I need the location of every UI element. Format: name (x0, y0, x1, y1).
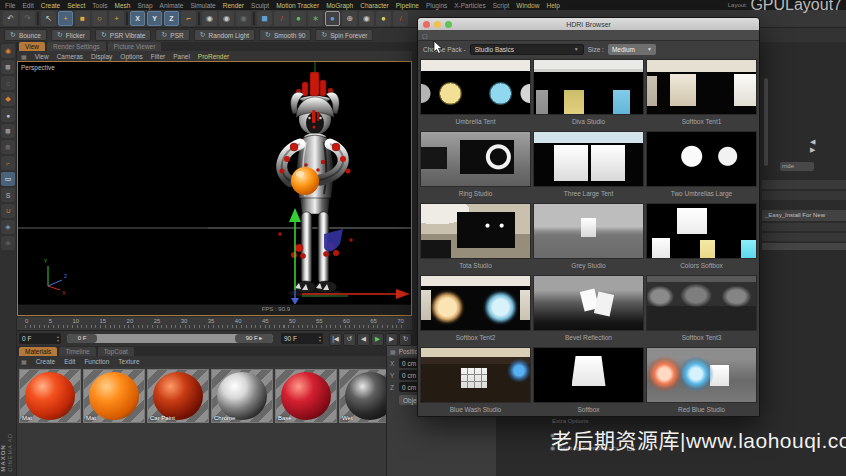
materials-menu-item[interactable]: Texture (118, 358, 139, 365)
pack-dropdown[interactable]: Studio Basics ▼ (470, 44, 584, 55)
model-mode-icon[interactable]: ◼ (257, 11, 272, 26)
divider[interactable] (126, 12, 128, 25)
c4d-mascot-icon[interactable]: ◉ (1, 44, 15, 58)
goto-start-button[interactable]: |◀ (329, 333, 342, 346)
sphere-primitive-icon[interactable]: ● (291, 11, 306, 26)
hdri-thumbnail[interactable] (646, 59, 757, 115)
menubar-item[interactable]: Pipeline (396, 2, 419, 9)
menubar-item[interactable]: Mesh (114, 2, 130, 9)
material-thumbnail[interactable]: Base (275, 369, 337, 423)
x-axis-lock-icon[interactable]: X (130, 11, 145, 26)
light-icon[interactable]: ● (376, 11, 391, 26)
menubar-item[interactable]: Select (67, 2, 85, 9)
viewport-view-label[interactable]: Perspective (21, 64, 55, 71)
hdri-item[interactable]: Three Large Tent (533, 131, 644, 200)
animation-preset-button[interactable]: ↻ Smooth 90 (259, 29, 311, 41)
hdri-item[interactable]: Umbrella Tent (420, 59, 531, 128)
animation-preset-button[interactable]: ↻ Flicker (51, 29, 91, 41)
material-thumbnail[interactable]: Mat (83, 369, 145, 423)
play-reverse-button[interactable]: ↺ (343, 333, 356, 346)
timeline-ruler[interactable]: 0510152025303540455055606570 (17, 317, 412, 330)
menubar-item[interactable]: Help (546, 2, 559, 9)
menubar-item[interactable]: Window (516, 2, 539, 9)
record-keyframe-icon[interactable]: ◉ (202, 11, 217, 26)
hdri-thumbnail[interactable] (420, 203, 531, 259)
cube-shaded-icon[interactable]: ◼ (1, 124, 15, 138)
size-dropdown[interactable]: Medium ▼ (608, 44, 656, 55)
hdri-thumbnail[interactable] (533, 203, 644, 259)
camera-icon[interactable]: ◉ (359, 11, 374, 26)
hdri-thumbnail[interactable] (646, 203, 757, 259)
scale-tool-icon[interactable]: ■ (75, 11, 90, 26)
dock-object-row[interactable]: _Easy_Install For New (762, 210, 846, 221)
subdivision-surface-icon[interactable]: S (1, 188, 15, 202)
hdri-thumbnail[interactable] (420, 347, 531, 403)
move-tool-icon[interactable]: + (58, 11, 73, 26)
menubar-item[interactable]: Character (360, 2, 389, 9)
menubar-item[interactable]: Motion Tracker (276, 2, 319, 9)
hdri-item[interactable]: Blue Wash Studio (420, 347, 531, 416)
hdri-item[interactable]: Ring Studio (420, 131, 531, 200)
menubar-item[interactable]: Script (493, 2, 510, 9)
animation-preset-button[interactable]: ↻ Spin Forever (315, 29, 373, 41)
mograph-cloner-icon[interactable]: ∗ (308, 11, 323, 26)
record-position-icon[interactable]: ◉ (219, 11, 234, 26)
play-button[interactable]: ▶ (371, 333, 384, 346)
dock-button-fragment[interactable]: rride (780, 162, 814, 171)
dock-nav-arrows[interactable]: ◀ ▶ (810, 138, 846, 154)
menubar-item[interactable]: Render (223, 2, 244, 9)
layout-selector[interactable]: GPULayout7 (750, 0, 842, 14)
viewport-tab[interactable]: Picture Viewer (108, 42, 162, 51)
materials-menu-item[interactable]: Create (36, 358, 56, 365)
pen-tool-icon[interactable]: / (274, 11, 289, 26)
menubar-item[interactable]: Edit (22, 2, 33, 9)
divider[interactable] (253, 12, 255, 25)
hdri-item[interactable]: Red Blue Studio (646, 347, 757, 416)
loop-button[interactable]: ↻ (399, 333, 412, 346)
live-selection-icon[interactable]: ↖ (41, 11, 56, 26)
hdri-item[interactable]: Softbox Tent1 (646, 59, 757, 128)
hdri-thumbnail[interactable] (533, 131, 644, 187)
cube-object-icon[interactable]: ◼ (1, 60, 15, 74)
materials-tab[interactable]: Materials (19, 347, 57, 356)
viewport-menu-item[interactable]: Display (91, 53, 112, 60)
viewport-tab[interactable]: View (19, 42, 45, 51)
layer-dark-icon[interactable]: ◈ (1, 236, 15, 250)
perspective-viewport[interactable]: Perspective (17, 61, 412, 316)
menubar-item[interactable]: Plugins (426, 2, 447, 9)
viewport-tab[interactable]: Render Settings (47, 42, 106, 51)
hdri-item[interactable]: Softbox Tent3 (646, 275, 757, 344)
material-thumbnail[interactable]: Mat (19, 369, 81, 423)
mouse-mode-icon[interactable]: ▭ (1, 172, 15, 186)
menubar-item[interactable]: Sculpt (251, 2, 269, 9)
range-slider-left-handle[interactable]: 0 F (67, 334, 97, 343)
end-frame-spinner[interactable]: 90 F ▴▾ (281, 333, 323, 344)
divider[interactable] (37, 12, 39, 25)
range-slider-right-handle[interactable]: 90 F ▸ (235, 334, 273, 343)
spline-icon[interactable]: / (393, 11, 408, 26)
materials-menu-item[interactable]: Edit (64, 358, 75, 365)
materials-tab[interactable]: Timeline (59, 347, 95, 356)
materials-menu-item[interactable]: Function (84, 358, 109, 365)
sphere-object-icon[interactable]: ● (1, 108, 15, 122)
geo-sphere-icon[interactable]: ⊕ (342, 11, 357, 26)
viewport-menu-item[interactable]: View (35, 53, 49, 60)
timeline-range-slider[interactable]: 0 F 90 F ▸ (67, 334, 273, 343)
menubar-item[interactable]: Create (41, 2, 61, 9)
spinner-arrows-icon[interactable]: ▴▾ (57, 335, 59, 342)
window-title-bar[interactable]: HDRI Browser (418, 18, 759, 30)
menubar-item[interactable]: Tools (92, 2, 107, 9)
hdri-thumbnail[interactable] (646, 131, 757, 187)
animation-preset-button[interactable]: ↻ Random Light (194, 29, 255, 41)
window-menu-icon[interactable]: ▢ (422, 32, 428, 39)
hdri-thumbnail[interactable] (646, 347, 757, 403)
menubar-item[interactable]: Animate (160, 2, 184, 9)
next-frame-button[interactable]: ▶ (385, 333, 398, 346)
hdri-item[interactable]: Diva Studio (533, 59, 644, 128)
hdri-item[interactable]: Grey Studio (533, 203, 644, 272)
hdri-item[interactable]: Tota Studio (420, 203, 531, 272)
viewport-menu-item[interactable]: Panel (173, 53, 190, 60)
previous-frame-button[interactable]: ◀ (357, 333, 370, 346)
menubar-item[interactable]: X-Particles (454, 2, 485, 9)
simulate-disc-icon[interactable]: ● (325, 11, 340, 26)
